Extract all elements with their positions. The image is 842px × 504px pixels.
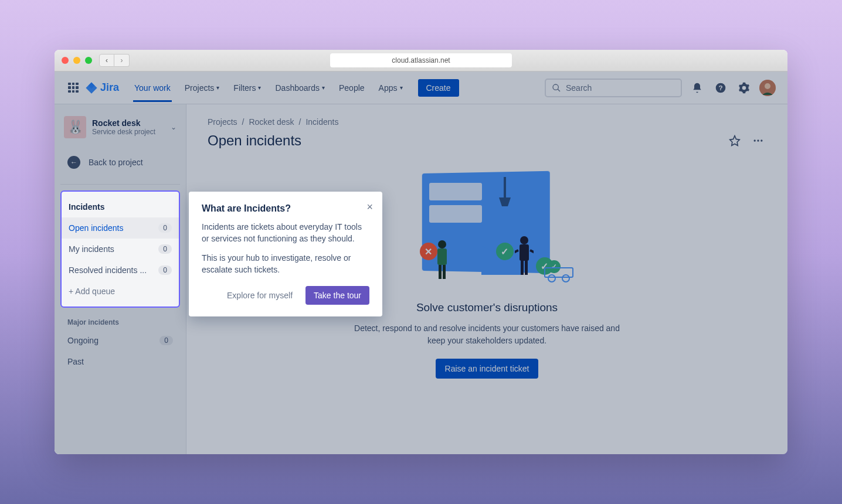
svg-text:?: ?	[718, 84, 722, 91]
queue-count-badge: 0	[158, 265, 172, 275]
svg-rect-9	[504, 177, 506, 197]
incidents-queue-panel: Incidents Open incidents 0 My incidents …	[60, 190, 180, 308]
queue-count-badge: 0	[159, 336, 173, 345]
popover-title: What are Incidents?	[202, 203, 369, 214]
svg-line-1	[558, 89, 560, 91]
page-actions	[726, 132, 766, 149]
browser-nav-arrows: ‹ ›	[99, 54, 130, 67]
popover-paragraph-1: Incidents are tickets about everyday IT …	[202, 221, 369, 245]
breadcrumb-separator: /	[242, 117, 245, 127]
empty-state-description: Detect, respond to and resolve incidents…	[352, 322, 622, 347]
nav-people[interactable]: People	[333, 74, 371, 102]
chevron-down-icon: ▾	[322, 84, 325, 91]
breadcrumb: Projects / Rocket desk / Incidents	[208, 117, 766, 127]
queue-label: Open incidents	[69, 223, 123, 233]
minimize-window-button[interactable]	[73, 57, 80, 64]
sidebar: 🐰 Rocket desk Service desk project ⌄ ← B…	[55, 104, 186, 454]
queue-ongoing[interactable]: Ongoing 0	[60, 330, 180, 351]
project-name: Rocket desk	[92, 118, 165, 128]
chevron-down-icon: ▾	[258, 84, 261, 91]
queue-resolved-incidents[interactable]: Resolved incidents ... 0	[62, 260, 179, 281]
queue-my-incidents[interactable]: My incidents 0	[62, 239, 179, 260]
empty-state-illustration: ✕ ✓ ✓ ✓	[391, 172, 584, 290]
titlebar: ‹ › cloud.atlassian.net	[55, 50, 787, 71]
popover-paragraph-2: This is your hub to investigate, resolve…	[202, 252, 369, 276]
nav-apps[interactable]: Apps▾	[373, 74, 409, 102]
more-icon[interactable]	[750, 132, 766, 149]
add-queue-button[interactable]: + Add queue	[62, 281, 179, 302]
arrow-left-icon: ←	[67, 156, 80, 169]
star-icon[interactable]	[726, 132, 743, 149]
svg-rect-13	[443, 265, 446, 279]
user-avatar[interactable]	[759, 80, 776, 96]
svg-rect-15	[520, 244, 529, 261]
divider	[60, 184, 180, 185]
queue-count-badge: 0	[158, 223, 172, 233]
close-icon[interactable]: ×	[366, 201, 373, 213]
queue-label: Ongoing	[67, 336, 99, 345]
svg-rect-18	[525, 261, 528, 275]
search-placeholder: Search	[566, 83, 592, 93]
empty-state-title: Solve customer's disruptions	[416, 301, 558, 314]
nav-dashboards[interactable]: Dashboards▾	[269, 74, 331, 102]
svg-point-7	[757, 139, 759, 141]
help-icon[interactable]: ?	[712, 80, 729, 96]
search-input[interactable]: Search	[545, 79, 682, 97]
app-switcher-icon[interactable]	[66, 81, 80, 95]
queue-count-badge: 0	[158, 244, 172, 254]
jira-logo-text: Jira	[100, 81, 119, 94]
project-info: Rocket desk Service desk project	[92, 118, 165, 136]
nav-your-work[interactable]: Your work	[128, 74, 176, 102]
queue-label: My incidents	[69, 244, 114, 254]
back-to-project-link[interactable]: ← Back to project	[60, 150, 180, 175]
svg-point-0	[553, 84, 558, 90]
project-avatar: 🐰	[64, 116, 86, 138]
notifications-icon[interactable]	[689, 80, 705, 96]
queue-open-incidents[interactable]: Open incidents 0	[62, 217, 179, 239]
queue-label: Resolved incidents ...	[69, 265, 147, 275]
raise-incident-button[interactable]: Raise an incident ticket	[436, 359, 539, 379]
breadcrumb-incidents[interactable]: Incidents	[305, 117, 338, 127]
svg-line-19	[515, 250, 518, 253]
create-button[interactable]: Create	[418, 79, 459, 97]
chevron-down-icon: ⌄	[171, 123, 176, 131]
svg-rect-11	[437, 248, 447, 265]
svg-point-6	[754, 139, 756, 141]
project-header[interactable]: 🐰 Rocket desk Service desk project ⌄	[60, 116, 180, 138]
incidents-section-title: Incidents	[62, 196, 179, 217]
explore-button[interactable]: Explore for myself	[219, 286, 301, 305]
settings-icon[interactable]	[736, 80, 752, 96]
chevron-down-icon: ▾	[216, 84, 219, 91]
back-label: Back to project	[89, 158, 143, 167]
jira-logo[interactable]: Jira	[85, 81, 119, 94]
svg-rect-17	[521, 261, 524, 275]
svg-line-20	[530, 250, 534, 253]
major-incidents-section-title: Major incidents	[60, 308, 180, 330]
take-tour-button[interactable]: Take the tour	[305, 286, 369, 305]
popover-actions: Explore for myself Take the tour	[202, 286, 369, 305]
nav-filters[interactable]: Filters▾	[228, 74, 267, 102]
project-type: Service desk project	[92, 128, 165, 136]
nav-items: Your work Projects▾ Filters▾ Dashboards▾…	[128, 74, 408, 102]
browser-forward-button[interactable]: ›	[114, 54, 130, 67]
browser-back-button[interactable]: ‹	[99, 54, 114, 67]
svg-point-14	[520, 236, 528, 244]
url-bar[interactable]: cloud.atlassian.net	[330, 53, 512, 67]
onboarding-popover: × What are Incidents? Incidents are tick…	[189, 192, 382, 316]
breadcrumb-projects[interactable]: Projects	[208, 117, 237, 127]
queue-past[interactable]: Past	[60, 351, 180, 372]
page-header: Open incidents	[208, 132, 766, 149]
nav-projects[interactable]: Projects▾	[179, 74, 226, 102]
search-icon	[552, 83, 561, 93]
browser-window: ‹ › cloud.atlassian.net Jira Your work P…	[55, 50, 787, 454]
svg-point-8	[760, 139, 762, 141]
top-navigation: Jira Your work Projects▾ Filters▾ Dashbo…	[55, 71, 787, 104]
window-controls	[62, 57, 92, 64]
maximize-window-button[interactable]	[85, 57, 92, 64]
close-window-button[interactable]	[62, 57, 69, 64]
breadcrumb-separator: /	[299, 117, 301, 127]
svg-rect-12	[439, 265, 442, 279]
topnav-right: Search ?	[545, 79, 776, 97]
breadcrumb-rocket-desk[interactable]: Rocket desk	[249, 117, 294, 127]
app-body: 🐰 Rocket desk Service desk project ⌄ ← B…	[55, 104, 787, 454]
